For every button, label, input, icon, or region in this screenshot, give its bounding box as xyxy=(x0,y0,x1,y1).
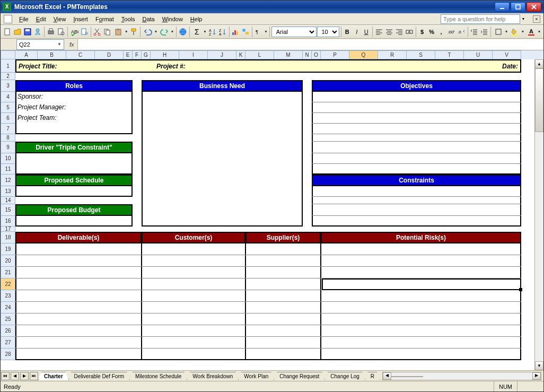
menu-tools[interactable]: Tools xyxy=(118,15,139,23)
col-header-V[interactable]: V xyxy=(493,50,521,59)
row-header-25[interactable]: 25 xyxy=(1,313,15,325)
hscroll-right-button[interactable]: ▶ xyxy=(532,372,541,380)
spelling-button[interactable]: ABC xyxy=(69,26,79,38)
increase-decimal-button[interactable]: .00 xyxy=(446,26,456,38)
fill-color-dropdown-icon[interactable]: ▼ xyxy=(521,26,525,38)
table-line-27[interactable] xyxy=(15,348,521,349)
col-header-A[interactable]: A xyxy=(15,50,38,59)
row-header-7[interactable]: 7 xyxy=(1,124,15,134)
decrease-decimal-button[interactable]: .0 xyxy=(457,26,466,38)
sponsor-label[interactable]: Sponsor: xyxy=(15,93,121,101)
selected-cell[interactable] xyxy=(322,278,521,290)
objectives-line-5[interactable] xyxy=(312,112,521,113)
zoom-button[interactable]: ¶ xyxy=(254,26,264,38)
row-header-10[interactable]: 10 xyxy=(1,153,15,164)
merge-center-button[interactable]: a xyxy=(405,26,414,38)
cut-button[interactable] xyxy=(92,26,102,38)
col-header-I[interactable]: I xyxy=(179,50,208,59)
tab-nav-prev[interactable]: ◀ xyxy=(11,372,19,380)
menu-data[interactable]: Data xyxy=(138,15,158,23)
row-header-21[interactable]: 21 xyxy=(1,267,15,278)
align-left-button[interactable] xyxy=(374,26,384,38)
font-color-dropdown-icon[interactable]: ▼ xyxy=(537,26,541,38)
col-header-M[interactable]: M xyxy=(274,50,303,59)
row-header-19[interactable]: 19 xyxy=(1,243,15,255)
tab-nav-first[interactable]: ⏮ xyxy=(1,372,10,380)
sheet-tab-milestone-schedule[interactable]: Milestone Schedule xyxy=(129,372,187,380)
scroll-down-button[interactable]: ▼ xyxy=(535,361,543,370)
sheet-tab-charter[interactable]: Charter xyxy=(38,372,69,380)
row-header-3[interactable]: 3 xyxy=(1,80,15,92)
col-header-E[interactable]: E xyxy=(124,50,133,59)
row-header-23[interactable]: 23 xyxy=(1,290,15,302)
redo-dropdown-icon[interactable]: ▼ xyxy=(170,26,174,38)
objectives-line-10[interactable] xyxy=(312,163,521,164)
col-header-K[interactable]: K xyxy=(236,50,245,59)
sheet-tab-work-plan[interactable]: Work Plan xyxy=(238,372,274,380)
col-header-L[interactable]: L xyxy=(245,50,274,59)
row-header-6[interactable]: 6 xyxy=(1,113,15,124)
constraints-line-15[interactable] xyxy=(312,215,521,216)
comma-button[interactable]: , xyxy=(437,26,446,38)
autosum-dropdown-icon[interactable]: ▼ xyxy=(203,26,207,38)
name-box[interactable]: Q22▼ xyxy=(16,39,64,50)
formula-input[interactable] xyxy=(77,39,543,50)
row-header-20[interactable]: 20 xyxy=(1,255,15,267)
minimize-button[interactable] xyxy=(495,2,510,12)
objectives-line-9[interactable] xyxy=(312,153,521,153)
row-header-2[interactable]: 2 xyxy=(1,73,15,80)
col-header-H[interactable]: H xyxy=(151,50,179,59)
team-label[interactable]: Project Team: xyxy=(15,114,121,123)
increase-indent-button[interactable] xyxy=(479,26,489,38)
col-header-G[interactable]: G xyxy=(142,50,151,59)
sheet-tab-change-request[interactable]: Change Request xyxy=(274,372,325,380)
pm-label[interactable]: Project Manager: xyxy=(15,103,121,112)
print-preview-button[interactable] xyxy=(56,26,66,38)
project-number-label[interactable]: Project #: xyxy=(154,63,403,70)
align-center-button[interactable] xyxy=(384,26,394,38)
objectives-line-8[interactable] xyxy=(312,141,521,142)
hscroll-left-button[interactable]: ◀ xyxy=(383,372,391,380)
col-header-R[interactable]: R xyxy=(378,50,407,59)
col-header-O[interactable]: O xyxy=(312,50,321,59)
font-name-select[interactable]: Arial xyxy=(271,27,317,37)
row-header-1[interactable]: 1 xyxy=(1,59,15,73)
bold-button[interactable]: B xyxy=(343,26,352,38)
maximize-button[interactable] xyxy=(511,2,525,12)
sort-asc-button[interactable]: AZ xyxy=(208,26,217,38)
row-header-27[interactable]: 27 xyxy=(1,337,15,349)
currency-button[interactable]: $ xyxy=(418,26,427,38)
doc-close-button[interactable]: × xyxy=(533,15,540,23)
row-header-16[interactable]: 16 xyxy=(1,216,15,227)
constraints-line-14[interactable] xyxy=(312,204,521,204)
row-header-14[interactable]: 14 xyxy=(1,197,15,204)
save-button[interactable] xyxy=(23,26,32,38)
paste-dropdown-icon[interactable]: ▼ xyxy=(124,26,128,38)
objectives-line-4[interactable] xyxy=(312,102,521,102)
close-button[interactable] xyxy=(527,2,541,12)
table-line-23[interactable] xyxy=(15,301,521,302)
vertical-scrollbar[interactable]: ▲ ▼ xyxy=(534,59,543,370)
row-header-12[interactable]: 12 xyxy=(1,175,15,186)
font-size-select[interactable]: 10 xyxy=(317,27,339,37)
hyperlink-button[interactable] xyxy=(178,26,188,38)
col-header-C[interactable]: C xyxy=(66,50,95,59)
col-header-F[interactable]: F xyxy=(133,50,142,59)
underline-button[interactable]: U xyxy=(362,26,371,38)
fill-color-button[interactable] xyxy=(509,26,521,38)
sheet-tab-r[interactable]: R xyxy=(365,372,380,380)
borders-dropdown-icon[interactable]: ▼ xyxy=(504,26,508,38)
row-header-15[interactable]: 15 xyxy=(1,204,15,216)
drawing-button[interactable] xyxy=(241,26,250,38)
menu-edit[interactable]: Edit xyxy=(32,15,50,23)
copy-button[interactable] xyxy=(102,26,112,38)
align-right-button[interactable] xyxy=(394,26,404,38)
toolbar-options-icon[interactable]: ▼ xyxy=(264,30,268,33)
table-line-25[interactable] xyxy=(15,325,521,325)
menu-format[interactable]: Format xyxy=(92,15,118,23)
sheet-tab-change-log[interactable]: Change Log xyxy=(324,372,365,380)
italic-button[interactable]: I xyxy=(352,26,361,38)
table-line-24[interactable] xyxy=(15,313,521,313)
project-date-label[interactable]: Date: xyxy=(403,63,520,70)
col-header-U[interactable]: U xyxy=(464,50,493,59)
